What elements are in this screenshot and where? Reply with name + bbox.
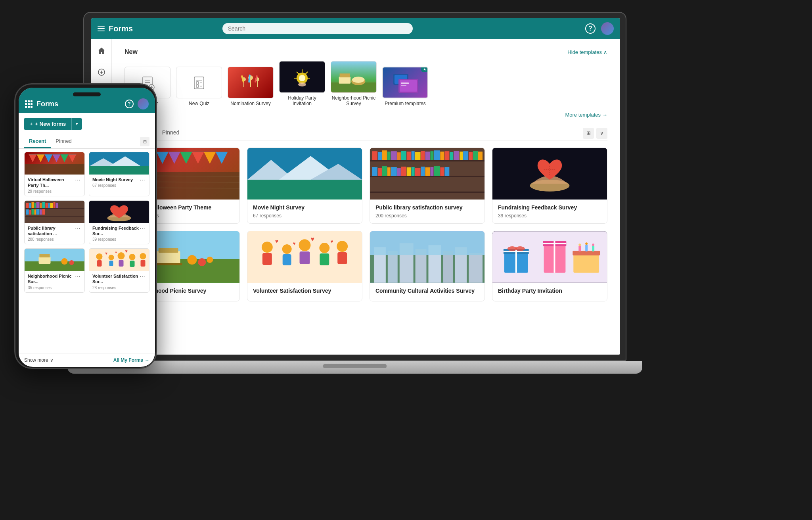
svg-rect-92 <box>372 167 377 176</box>
svg-point-164 <box>592 244 594 246</box>
svg-marker-169 <box>61 154 69 162</box>
svg-rect-76 <box>407 152 411 160</box>
svg-line-31 <box>305 72 308 74</box>
arrow-right-icon: → <box>602 112 607 118</box>
user-avatar[interactable] <box>601 22 614 35</box>
svg-rect-211 <box>109 261 113 266</box>
svg-point-125 <box>299 239 311 251</box>
phone-form-responses-movie: 67 responses <box>92 183 133 188</box>
grid-view-button[interactable]: ⊞ <box>583 128 594 139</box>
help-button[interactable]: ? <box>585 23 596 34</box>
template-picnic[interactable]: Neighborhood Picnic Survey <box>331 61 377 106</box>
phone-help-button[interactable]: ? <box>125 100 134 108</box>
svg-rect-190 <box>54 202 56 208</box>
phone-form-fundraising[interactable]: Fundraising Feedback Sur... 39 responses… <box>89 200 149 245</box>
svg-rect-67 <box>370 176 485 177</box>
template-holiday[interactable]: Holiday Party Invitation <box>279 61 325 106</box>
phone-form-picnic[interactable]: Neighborhood Picnic Sur... 35 responses … <box>24 248 85 293</box>
form-card-body-community: Community Cultural Activities Survey <box>370 283 485 301</box>
svg-rect-128 <box>320 253 329 265</box>
svg-rect-45 <box>401 83 409 84</box>
phone-form-more-movie[interactable]: ⋯ <box>139 177 146 183</box>
svg-point-123 <box>282 244 292 254</box>
phone-tab-recent[interactable]: Recent <box>24 135 51 148</box>
template-new-quiz[interactable]: New Quiz <box>176 67 222 106</box>
tab-actions: ⊞ ∨ <box>583 128 607 139</box>
premium-label: Premium templates <box>385 101 425 106</box>
tab-pinned[interactable]: Pinned <box>156 126 186 140</box>
phone-footer: Show more ∨ All My Forms → <box>19 353 155 367</box>
svg-rect-89 <box>469 152 473 160</box>
phone-thumb-volunteer: ♥ ♥ ♥ <box>89 249 149 271</box>
svg-rect-191 <box>56 203 58 208</box>
hide-templates-button[interactable]: Hide templates ∧ <box>567 49 607 55</box>
svg-rect-81 <box>430 151 433 160</box>
phone-tab-pinned[interactable]: Pinned <box>51 135 76 148</box>
sidebar-new[interactable] <box>94 65 109 79</box>
svg-point-35 <box>298 83 306 86</box>
phone-form-halloween[interactable]: Virtual Halloween Party Th... 29 respons… <box>24 152 85 196</box>
laptop-device: Forms ? <box>83 12 630 409</box>
phone-form-more-volunteer[interactable]: ⋯ <box>139 273 146 280</box>
phone-form-row-1: Virtual Halloween Party Th... 29 respons… <box>24 152 149 196</box>
new-section-title: New <box>124 48 138 56</box>
search-input[interactable] <box>222 23 413 34</box>
form-card-community[interactable]: Community Cultural Activities Survey <box>370 231 485 301</box>
phone-user-avatar[interactable] <box>138 98 149 109</box>
phone-form-responses-picnic: 35 responses <box>28 286 74 290</box>
svg-rect-96 <box>391 167 397 176</box>
sort-button[interactable]: ∨ <box>596 128 607 139</box>
svg-point-117 <box>187 255 197 265</box>
phone-all-forms-link[interactable]: All My Forms → <box>113 357 149 363</box>
form-card-fundraising[interactable]: Fundraising Feedback Survey 39 responses <box>492 148 607 224</box>
form-card-body-volunteer: Volunteer Satisfaction Survey <box>247 283 362 301</box>
svg-rect-115 <box>159 248 178 253</box>
hamburger-menu[interactable]: Forms <box>98 24 133 33</box>
svg-point-212 <box>118 252 125 259</box>
template-nomination[interactable]: Nomination Survey <box>228 67 274 106</box>
svg-rect-1 <box>98 28 105 29</box>
phone-new-dropdown-button[interactable]: ▾ <box>71 118 82 130</box>
form-title-fundraising: Fundraising Feedback Survey <box>498 204 601 211</box>
svg-point-208 <box>96 253 103 260</box>
svg-point-34 <box>299 75 305 81</box>
phone-form-movie[interactable]: Movie Night Survey 67 responses ⋯ <box>89 152 149 196</box>
svg-rect-217 <box>141 260 146 267</box>
svg-rect-75 <box>401 151 406 160</box>
form-card-volunteer[interactable]: ♥ ♥ ♥ ♥ Volunteer Satisfaction Survey <box>247 231 362 301</box>
app-header: Forms ? <box>91 18 620 39</box>
svg-point-152 <box>515 246 525 251</box>
laptop-base <box>67 361 642 374</box>
phone-thumb-picnic <box>25 249 84 271</box>
phone-form-more-picnic[interactable]: ⋯ <box>74 273 81 280</box>
phone-thumb-library <box>25 201 84 223</box>
svg-rect-91 <box>478 152 483 160</box>
svg-rect-103 <box>425 167 430 176</box>
svg-point-214 <box>129 254 136 260</box>
phone-form-more-library[interactable]: ⋯ <box>74 225 81 232</box>
phone-form-library[interactable]: Public library satisfaction ... 200 resp… <box>24 200 85 245</box>
form-title-volunteer: Volunteer Satisfaction Survey <box>253 288 356 294</box>
phone-apps-icon[interactable] <box>25 100 33 108</box>
phone-form-volunteer[interactable]: ♥ ♥ ♥ Volunteer Satisfaction Sur... 28 r… <box>89 248 149 293</box>
more-templates-link[interactable]: More templates → <box>565 112 607 118</box>
form-card-library[interactable]: Public library satisfaction survey 200 r… <box>370 148 485 224</box>
svg-marker-165 <box>29 154 37 162</box>
phone-form-more-fundraising[interactable]: ⋯ <box>139 225 146 232</box>
form-card-movie[interactable]: Movie Night Survey 67 responses <box>247 148 362 224</box>
phone-form-info-halloween: Virtual Halloween Party Th... 29 respons… <box>25 175 84 196</box>
phone-form-more-halloween[interactable]: ⋯ <box>74 177 81 183</box>
template-premium[interactable]: ★ P <box>382 67 428 106</box>
svg-point-40 <box>352 77 364 83</box>
phone-new-forms-button[interactable]: + + New forms <box>24 118 71 130</box>
phone-show-more[interactable]: Show more ∨ <box>24 357 54 363</box>
svg-rect-157 <box>573 253 599 273</box>
new-quiz-thumb <box>176 67 222 98</box>
svg-rect-2 <box>98 31 105 31</box>
svg-rect-207 <box>90 249 149 271</box>
sidebar-home[interactable] <box>94 44 109 58</box>
main-content: New Hide templates ∧ <box>112 39 620 355</box>
svg-rect-126 <box>300 251 310 264</box>
phone-grid-toggle[interactable]: ⊞ <box>140 137 149 146</box>
form-card-birthday[interactable]: Birthday Party Invitation <box>492 231 607 301</box>
